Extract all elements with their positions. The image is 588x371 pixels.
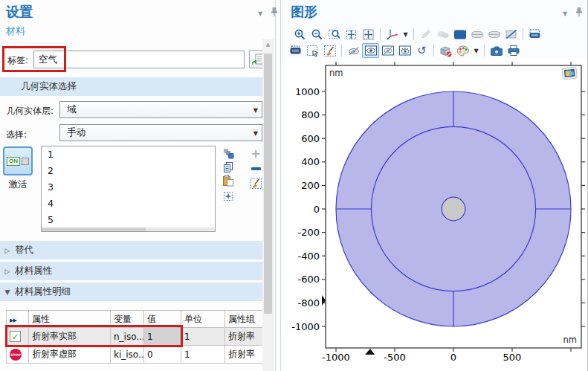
row-state-cell[interactable]: STOP bbox=[7, 346, 29, 364]
variable-cell[interactable]: n_iso... bbox=[111, 328, 144, 346]
col-unit[interactable]: 单位 bbox=[181, 311, 225, 328]
group-cell[interactable]: 折射率 bbox=[225, 328, 265, 346]
tick-label: 200 bbox=[301, 180, 320, 191]
section-property-details[interactable]: ▼ 材料属性明细 bbox=[0, 283, 262, 301]
zoom-to-selection-button[interactable] bbox=[222, 190, 235, 203]
pin-icon[interactable] bbox=[575, 7, 584, 17]
panel-menu-caret-icon[interactable]: ▼ bbox=[563, 10, 572, 18]
toolbar-separator bbox=[484, 45, 485, 57]
create-selection-icon bbox=[222, 147, 234, 159]
boundary-select-button[interactable] bbox=[468, 27, 485, 42]
eye-rays-box-icon bbox=[398, 45, 412, 57]
section-override[interactable]: ▷ 替代 bbox=[0, 241, 262, 259]
create-selection-button[interactable] bbox=[222, 146, 235, 160]
section-geometric-entity[interactable]: 几何实体选择 bbox=[0, 77, 262, 96]
reset-view-button[interactable]: ↺ bbox=[413, 43, 430, 58]
color-theme-button[interactable] bbox=[454, 43, 471, 58]
add-to-selection-button[interactable]: + bbox=[249, 146, 262, 160]
property-cell[interactable]: 折射率实部 bbox=[29, 328, 111, 346]
zoom-box-button[interactable] bbox=[326, 27, 343, 42]
hide-view-button[interactable] bbox=[379, 43, 396, 58]
geometry-core-domain[interactable] bbox=[442, 197, 465, 221]
selection-list-item[interactable]: 1 bbox=[42, 146, 215, 163]
unit-cell[interactable]: 1 bbox=[181, 328, 225, 346]
vertex-select-button[interactable] bbox=[434, 27, 451, 42]
value-cell[interactable]: 1 bbox=[144, 328, 181, 346]
export-image-icon bbox=[529, 28, 542, 40]
selection-list-item[interactable]: 3 bbox=[42, 179, 215, 196]
activate-label: 激活 bbox=[3, 178, 33, 191]
show-hidden-button[interactable] bbox=[396, 43, 413, 58]
value-cell[interactable]: 0 bbox=[144, 346, 181, 364]
fit-window-button[interactable] bbox=[360, 27, 377, 42]
edge-select-button[interactable] bbox=[485, 27, 503, 42]
list-horizontal-scrollbar[interactable] bbox=[42, 228, 215, 231]
double-arrow-icon: ▶▶ bbox=[10, 317, 16, 323]
zoom-in-button[interactable] bbox=[291, 27, 308, 42]
zoom-extents-button[interactable] bbox=[343, 27, 360, 42]
axis-orientation-dropdown[interactable]: ▼ bbox=[401, 31, 410, 38]
zoom-out-button[interactable] bbox=[308, 27, 326, 42]
edge-select-icon bbox=[488, 29, 501, 40]
tick-label: -800 bbox=[297, 297, 320, 309]
col-variable[interactable]: 变量 bbox=[111, 311, 144, 328]
clear-selection-button[interactable] bbox=[321, 43, 338, 58]
entity-level-select[interactable]: 域 ▼ bbox=[59, 101, 262, 118]
domain-selection-list[interactable]: 12345 bbox=[41, 146, 216, 232]
camera-button[interactable] bbox=[488, 43, 505, 58]
view-visibility-button[interactable] bbox=[362, 43, 379, 58]
snapshot-button[interactable] bbox=[287, 43, 304, 58]
selection-select[interactable]: 手动 ▼ bbox=[59, 124, 262, 141]
panel-menu-caret-icon[interactable]: ▼ bbox=[258, 10, 267, 18]
group-cell[interactable]: 折射率 bbox=[225, 346, 265, 364]
print-button[interactable] bbox=[505, 43, 522, 58]
scroll-up-icon[interactable]: ▲ bbox=[262, 39, 274, 50]
activate-toggle-button[interactable]: ON bbox=[3, 146, 33, 175]
scrollbar-thumb[interactable] bbox=[42, 228, 146, 231]
col-property[interactable]: 属性 bbox=[29, 311, 111, 328]
collapsed-triangle-icon: ▷ bbox=[0, 247, 15, 254]
reset-arrow-icon: ↺ bbox=[417, 45, 427, 57]
table-row[interactable]: ✓折射率实部n_iso...11折射率 bbox=[7, 328, 265, 346]
transparency-button[interactable] bbox=[437, 43, 454, 58]
axis-orientation-button[interactable] bbox=[384, 27, 401, 42]
row-state-cell[interactable]: ✓ bbox=[7, 328, 29, 346]
pin-icon[interactable] bbox=[270, 7, 279, 17]
col-value[interactable]: 值 bbox=[144, 311, 181, 328]
stop-icon[interactable]: STOP bbox=[10, 349, 22, 361]
table-corner[interactable]: ▶▶ bbox=[7, 311, 29, 328]
deselect-button[interactable] bbox=[503, 27, 520, 42]
selection-list-item[interactable]: 5 bbox=[42, 212, 215, 228]
color-theme-dropdown[interactable]: ▼ bbox=[471, 48, 481, 54]
zoom-extents-icon bbox=[345, 28, 358, 41]
property-cell[interactable]: 折射率虚部 bbox=[29, 346, 111, 364]
variable-cell[interactable]: ki_iso... bbox=[111, 346, 144, 364]
copy-selection-button[interactable] bbox=[222, 161, 235, 174]
table-row[interactable]: STOP折射率虚部ki_iso...01折射率 bbox=[7, 346, 265, 364]
paste-selection-button[interactable] bbox=[222, 174, 235, 187]
transparency-cube-icon bbox=[439, 45, 453, 57]
axis-marker-icon bbox=[365, 349, 375, 355]
edit-button[interactable] bbox=[417, 27, 434, 42]
unit-cell[interactable]: 1 bbox=[181, 346, 225, 364]
scrollbar-thumb[interactable] bbox=[264, 54, 272, 314]
tick-label: -1000 bbox=[322, 352, 350, 363]
palette-icon bbox=[456, 45, 470, 57]
col-group[interactable]: 属性组 bbox=[225, 311, 265, 328]
clear-selection-button[interactable] bbox=[249, 176, 262, 190]
checkbox-checked-icon[interactable]: ✓ bbox=[10, 331, 21, 342]
hide-object-button[interactable] bbox=[345, 43, 362, 58]
plot-canvas[interactable]: 10008006004002000-200-400-600-800-1000-1… bbox=[281, 59, 587, 371]
settings-scrollbar[interactable]: ▲ bbox=[262, 39, 274, 371]
select-box-button[interactable] bbox=[304, 43, 321, 58]
selection-list-item[interactable]: 4 bbox=[42, 196, 215, 212]
remove-from-selection-button[interactable] bbox=[249, 162, 262, 175]
label-input[interactable] bbox=[33, 51, 245, 68]
export-image-button[interactable] bbox=[526, 27, 543, 42]
section-material-properties[interactable]: ▷ 材料属性 bbox=[0, 262, 262, 280]
selection-list-item[interactable]: 2 bbox=[42, 163, 215, 179]
tick-label: 800 bbox=[301, 109, 320, 120]
domain-select-button[interactable] bbox=[451, 27, 468, 42]
camera-icon bbox=[490, 45, 503, 57]
eye-slash-icon bbox=[347, 45, 361, 57]
